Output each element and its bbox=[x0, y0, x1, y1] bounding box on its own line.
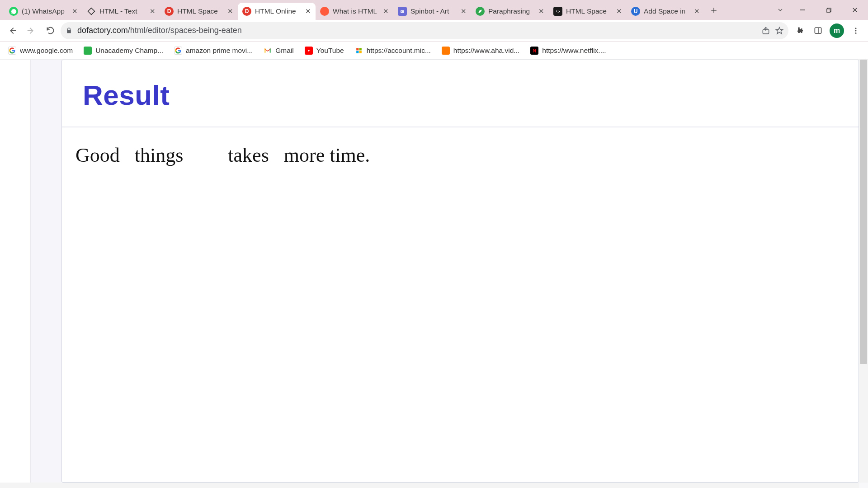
scrollbar-thumb[interactable] bbox=[860, 60, 867, 364]
dofactory-icon: D bbox=[165, 7, 174, 16]
close-window-button[interactable] bbox=[842, 0, 868, 20]
result-panel: Result Good things takes more time. bbox=[61, 60, 859, 483]
svg-rect-1 bbox=[401, 10, 404, 13]
bookmark-label: https://account.mic... bbox=[367, 47, 431, 55]
tab-paraphrasing[interactable]: Paraphrasing ✕ bbox=[471, 3, 549, 20]
svg-point-12 bbox=[855, 28, 857, 29]
vertical-scrollbar[interactable] bbox=[859, 60, 868, 483]
bookmark-label: YouTube bbox=[316, 47, 344, 55]
tab-title: Add Space in bbox=[644, 7, 693, 15]
diamond-icon bbox=[87, 7, 96, 16]
close-icon[interactable]: ✕ bbox=[148, 7, 156, 15]
bookmark-gmail[interactable]: Gmail bbox=[259, 43, 298, 58]
close-icon[interactable]: ✕ bbox=[537, 7, 545, 15]
page-content: Result Good things takes more time. bbox=[0, 60, 868, 488]
bookmark-youtube[interactable]: YouTube bbox=[300, 43, 349, 58]
editor-gutter bbox=[0, 60, 31, 483]
tab-html-online[interactable]: D HTML Online ✕ bbox=[238, 3, 316, 20]
svg-rect-6 bbox=[826, 9, 830, 12]
bookmark-label: www.google.com bbox=[20, 47, 73, 55]
circle-icon bbox=[320, 7, 329, 16]
svg-rect-16 bbox=[359, 48, 361, 50]
maximize-button[interactable] bbox=[816, 0, 842, 20]
bookmark-label: https://www.netflix.... bbox=[542, 47, 606, 55]
netflix-icon: N bbox=[530, 47, 538, 55]
close-icon[interactable]: ✕ bbox=[226, 7, 234, 15]
bookmark-label: Unacademy Champ... bbox=[95, 47, 163, 55]
url-text: dofactory.com/html/editor/spaces-being-e… bbox=[77, 26, 757, 35]
tab-html-space-1[interactable]: D HTML Space ✕ bbox=[160, 3, 238, 20]
svg-rect-10 bbox=[815, 28, 821, 33]
tab-title: What is HTML bbox=[333, 7, 382, 15]
tab-title: (1) WhatsApp bbox=[22, 7, 71, 15]
tab-spinbot[interactable]: Spinbot - Art ✕ bbox=[393, 3, 471, 20]
tab-title: HTML - Text bbox=[99, 7, 148, 15]
svg-point-3 bbox=[403, 11, 404, 12]
google-icon bbox=[8, 47, 16, 55]
dofactory-icon: D bbox=[242, 7, 251, 16]
tab-html-text[interactable]: HTML - Text ✕ bbox=[82, 3, 160, 20]
tab-add-space[interactable]: U Add Space in ✕ bbox=[627, 3, 704, 20]
robot-icon bbox=[398, 7, 407, 16]
extensions-button[interactable] bbox=[790, 22, 807, 39]
back-button[interactable] bbox=[4, 22, 21, 39]
tab-title: HTML Space bbox=[177, 7, 226, 15]
tab-search-button[interactable] bbox=[771, 6, 789, 14]
tab-title: HTML Space bbox=[566, 7, 615, 15]
tab-whatsapp[interactable]: (1) WhatsApp ✕ bbox=[5, 3, 82, 20]
svg-point-14 bbox=[855, 32, 857, 33]
minimize-button[interactable] bbox=[789, 0, 816, 20]
aha-icon bbox=[442, 47, 450, 55]
bookmark-aha[interactable]: https://www.aha.vid... bbox=[437, 43, 524, 58]
svg-point-13 bbox=[855, 30, 857, 31]
svg-rect-18 bbox=[359, 51, 361, 53]
bookmark-netflix[interactable]: N https://www.netflix.... bbox=[526, 43, 610, 58]
svg-rect-0 bbox=[88, 8, 95, 15]
result-panel-header: Result bbox=[62, 60, 859, 127]
tab-what-is-html[interactable]: What is HTML ✕ bbox=[316, 3, 393, 20]
svg-rect-17 bbox=[356, 51, 359, 53]
menu-button[interactable] bbox=[847, 22, 864, 39]
bookmark-label: amazon prime movi... bbox=[186, 47, 253, 55]
svg-rect-15 bbox=[356, 48, 359, 50]
tab-html-space-2[interactable]: HTML Space ✕ bbox=[549, 3, 627, 20]
tab-title: Paraphrasing bbox=[488, 7, 537, 15]
leaf-icon bbox=[476, 7, 485, 16]
share-icon[interactable] bbox=[761, 26, 770, 35]
whatsapp-icon bbox=[9, 7, 18, 16]
result-panel-body: Good things takes more time. bbox=[62, 127, 859, 482]
bookmark-star-icon[interactable] bbox=[775, 26, 784, 35]
shield-icon bbox=[84, 47, 92, 55]
close-icon[interactable]: ✕ bbox=[459, 7, 467, 15]
youtube-icon bbox=[305, 47, 313, 55]
result-text: Good things takes more time. bbox=[75, 144, 845, 167]
bookmark-unacademy[interactable]: Unacademy Champ... bbox=[79, 43, 168, 58]
editor-gutter-2 bbox=[31, 60, 61, 483]
bookmark-google[interactable]: www.google.com bbox=[4, 43, 77, 58]
reload-button[interactable] bbox=[42, 22, 59, 39]
tab-title: Spinbot - Art bbox=[410, 7, 459, 15]
forward-button[interactable] bbox=[23, 22, 40, 39]
result-heading: Result bbox=[83, 79, 840, 111]
side-panel-button[interactable] bbox=[809, 22, 826, 39]
bookmark-microsoft[interactable]: https://account.mic... bbox=[350, 43, 435, 58]
close-icon[interactable]: ✕ bbox=[71, 7, 79, 15]
tab-title: HTML Online bbox=[255, 7, 304, 15]
close-icon[interactable]: ✕ bbox=[615, 7, 623, 15]
horizontal-scrollbar[interactable] bbox=[0, 483, 859, 488]
svg-point-2 bbox=[401, 11, 402, 12]
avatar: m bbox=[830, 23, 844, 38]
bookmarks-bar: www.google.com Unacademy Champ... amazon… bbox=[0, 42, 868, 60]
close-icon[interactable]: ✕ bbox=[382, 7, 390, 15]
profile-avatar[interactable]: m bbox=[828, 22, 845, 39]
bookmark-amazon-prime[interactable]: amazon prime movi... bbox=[170, 43, 257, 58]
code-icon bbox=[553, 7, 562, 16]
lock-icon bbox=[65, 27, 73, 34]
new-tab-button[interactable]: ＋ bbox=[707, 3, 721, 17]
gmail-icon bbox=[264, 47, 272, 55]
microsoft-icon bbox=[355, 47, 363, 55]
close-icon[interactable]: ✕ bbox=[693, 7, 701, 15]
close-icon[interactable]: ✕ bbox=[304, 7, 312, 15]
address-bar[interactable]: dofactory.com/html/editor/spaces-being-e… bbox=[61, 22, 788, 39]
bookmark-label: Gmail bbox=[275, 47, 293, 55]
